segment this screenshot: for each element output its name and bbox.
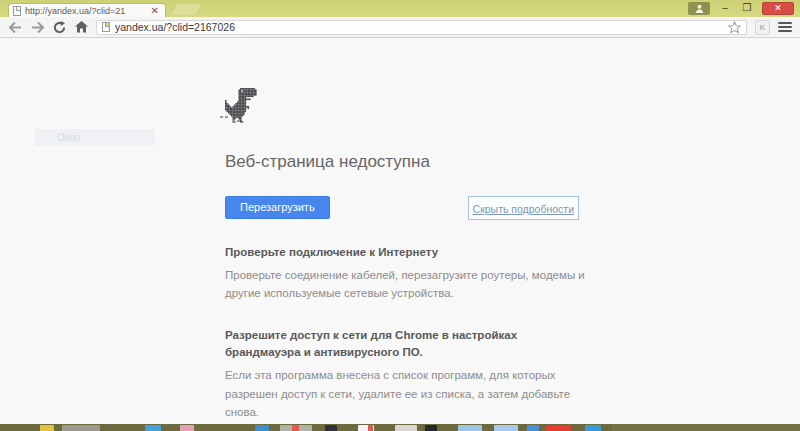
taskbar-icon-fragment[interactable] <box>40 425 54 431</box>
section-body: Если эта программа внесена с список прог… <box>225 366 593 421</box>
motion-dash-icon <box>232 120 241 122</box>
home-icon <box>75 21 88 33</box>
taskbar-icon-fragment[interactable] <box>368 425 373 431</box>
reload-page-button[interactable]: Перезагрузить <box>225 196 330 219</box>
back-button[interactable] <box>8 20 22 34</box>
hide-details-link[interactable]: Скрыть подробности <box>473 203 574 215</box>
dino-icon <box>225 88 259 128</box>
section-title: Разрешите доступ к сети для Chrome в нас… <box>225 327 593 363</box>
new-tab-button[interactable] <box>171 4 201 15</box>
tab-strip: http://yandex.ua/?clid=21 ✕ – ❐ ✕ <box>0 0 800 17</box>
section-title: Проверьте подключение к Интернету <box>225 244 593 262</box>
reload-icon <box>53 21 66 34</box>
taskbar-icon-fragment[interactable] <box>255 425 269 431</box>
desktop: http://yandex.ua/?clid=21 ✕ – ❐ ✕ <box>0 0 800 431</box>
action-row: Перезагрузить Скрыть подробности <box>225 196 579 220</box>
ghost-window-label: Окно <box>35 129 155 146</box>
taskbar-empty-area <box>612 424 800 431</box>
taskbar-icon-fragment[interactable] <box>545 425 571 431</box>
tab-title: http://yandex.ua/?clid=21 <box>25 6 145 16</box>
taskbar-icon-fragment[interactable] <box>325 425 337 431</box>
tab-close-icon[interactable]: ✕ <box>149 6 161 16</box>
section-body: Проверьте соединение кабелей, перезагруз… <box>225 266 593 303</box>
page-icon <box>102 22 110 32</box>
home-button[interactable] <box>74 20 88 34</box>
restore-button[interactable]: ❐ <box>740 2 754 14</box>
browser-tab[interactable]: http://yandex.ua/?clid=21 ✕ <box>8 3 166 17</box>
taskbar-icon-fragment[interactable] <box>494 425 518 431</box>
url-text[interactable]: yandex.ua/?clid=2167026 <box>115 21 723 33</box>
minimize-button[interactable]: – <box>718 2 732 14</box>
window-controls: – ❐ ✕ <box>688 2 794 15</box>
user-icon <box>695 4 704 13</box>
taskbar-icon-fragment[interactable] <box>62 425 100 431</box>
taskbar-icon-fragment[interactable] <box>458 425 482 431</box>
chrome-menu-button[interactable] <box>778 22 792 32</box>
menu-bar <box>778 26 792 28</box>
taskbar-icon-fragment[interactable] <box>585 425 601 431</box>
error-block: Веб-страница недоступна Перезагрузить Ск… <box>225 88 593 431</box>
taskbar-strip[interactable] <box>0 424 800 431</box>
taskbar-icon-fragment[interactable] <box>425 425 437 431</box>
menu-bar <box>778 22 792 24</box>
close-button[interactable]: ✕ <box>762 2 794 15</box>
taskbar-icon-fragment[interactable] <box>180 425 194 431</box>
reload-button[interactable] <box>52 20 66 34</box>
motion-dash-icon <box>220 116 229 118</box>
forward-arrow-icon <box>31 22 44 33</box>
details-link-focus-box: Скрыть подробности <box>468 196 579 220</box>
taskbar-icon-fragment[interactable] <box>527 425 539 431</box>
browser-toolbar: yandex.ua/?clid=2167026 K <box>0 17 800 38</box>
taskbar-icon-fragment[interactable] <box>395 425 417 431</box>
error-page: Окно Веб-страница недоступна Перезагрузи… <box>0 38 800 424</box>
error-heading: Веб-страница недоступна <box>225 152 593 172</box>
forward-button[interactable] <box>30 20 44 34</box>
taskbar-icon-fragment[interactable] <box>292 425 299 431</box>
profile-button[interactable] <box>688 2 710 15</box>
taskbar-icon-fragment[interactable] <box>145 425 161 431</box>
menu-bar <box>778 30 792 32</box>
address-bar[interactable]: yandex.ua/?clid=2167026 <box>96 20 747 35</box>
back-arrow-icon <box>9 22 22 33</box>
bookmark-star-icon[interactable] <box>728 21 741 34</box>
extension-k-button[interactable]: K <box>755 20 770 35</box>
page-icon <box>13 6 21 16</box>
